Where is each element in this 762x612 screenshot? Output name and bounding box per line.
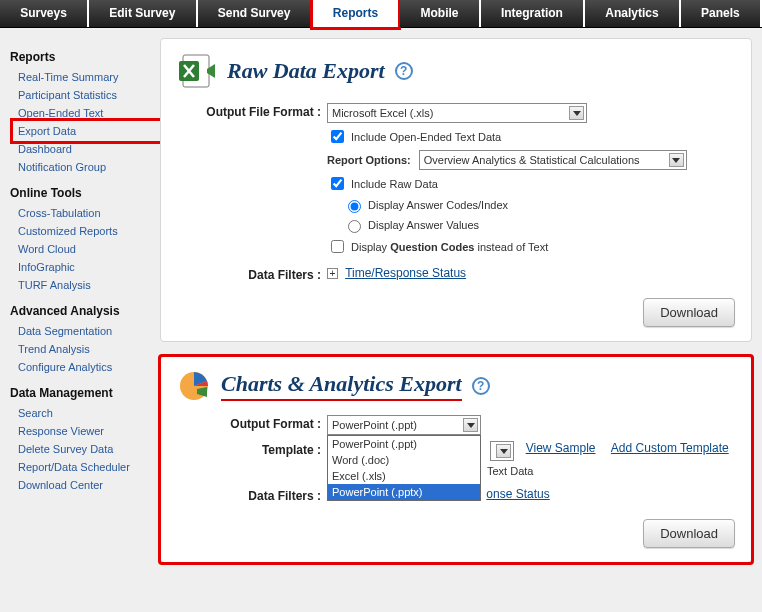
sidebar-item[interactable]: Response Viewer bbox=[18, 422, 154, 440]
sidebar-group-reports: Reports bbox=[10, 50, 154, 64]
tab-send-survey[interactable]: Send Survey bbox=[198, 0, 313, 27]
output-format-dropdown: PowerPoint (.ppt) Word (.doc) Excel (.xl… bbox=[327, 435, 481, 501]
help-icon[interactable]: ? bbox=[395, 62, 413, 80]
tab-reports[interactable]: Reports bbox=[313, 0, 401, 27]
radio-display-codes[interactable] bbox=[348, 200, 361, 213]
sidebar: Reports Real-Time Summary Participant St… bbox=[0, 28, 160, 612]
sidebar-item[interactable]: Word Cloud bbox=[18, 240, 154, 258]
checkbox-include-raw-data[interactable] bbox=[331, 177, 344, 190]
label-template: Template : bbox=[177, 441, 327, 457]
chevron-down-icon bbox=[463, 418, 478, 432]
sidebar-item[interactable]: Dashboard bbox=[18, 140, 154, 158]
panel-title: Raw Data Export bbox=[227, 58, 385, 84]
tab-analytics[interactable]: Analytics bbox=[585, 0, 681, 27]
chevron-down-icon bbox=[569, 106, 584, 120]
report-options-select[interactable]: Overview Analytics & Statistical Calcula… bbox=[419, 150, 687, 170]
checkbox-question-codes[interactable] bbox=[331, 240, 344, 253]
sidebar-item[interactable]: Report/Data Scheduler bbox=[18, 458, 154, 476]
sidebar-item[interactable]: Notification Group bbox=[18, 158, 154, 176]
sidebar-group-online-tools: Online Tools bbox=[10, 186, 154, 200]
checkbox-label: Include Raw Data bbox=[351, 178, 438, 190]
panel-raw-data-export: Raw Data Export ? Output File Format : M… bbox=[160, 38, 752, 342]
help-icon[interactable]: ? bbox=[472, 377, 490, 395]
sidebar-item[interactable]: Real-Time Summary bbox=[18, 68, 154, 86]
radio-label: Display Answer Codes/Index bbox=[368, 199, 508, 211]
select-value: Microsoft Excel (.xls) bbox=[332, 107, 433, 119]
pie-chart-icon bbox=[177, 369, 211, 403]
chevron-down-icon bbox=[669, 153, 684, 167]
chevron-down-icon bbox=[496, 444, 511, 458]
tab-integration[interactable]: Integration bbox=[481, 0, 585, 27]
sidebar-item[interactable]: Data Segmentation bbox=[18, 322, 154, 340]
download-button[interactable]: Download bbox=[643, 519, 735, 548]
sidebar-item[interactable]: Participant Statistics bbox=[18, 86, 154, 104]
file-format-select[interactable]: Microsoft Excel (.xls) bbox=[327, 103, 587, 123]
link-time-response-status[interactable]: Time/Response Status bbox=[345, 266, 466, 280]
sidebar-item-export-data[interactable]: Export Data bbox=[18, 122, 154, 140]
select-value: PowerPoint (.ppt) bbox=[332, 419, 417, 431]
panel-title: Charts & Analytics Export bbox=[221, 371, 462, 401]
sidebar-item[interactable]: Search bbox=[18, 404, 154, 422]
dropdown-option[interactable]: Word (.doc) bbox=[328, 452, 480, 468]
link-view-sample[interactable]: View Sample bbox=[526, 441, 596, 455]
top-nav: Surveys Edit Survey Send Survey Reports … bbox=[0, 0, 762, 28]
radio-label: Display Answer Values bbox=[368, 219, 479, 231]
dropdown-option[interactable]: PowerPoint (.ppt) bbox=[328, 436, 480, 452]
panel-charts-analytics-export: Charts & Analytics Export ? Output Forma… bbox=[160, 356, 752, 563]
sidebar-item[interactable]: Delete Survey Data bbox=[18, 440, 154, 458]
sidebar-item[interactable]: TURF Analysis bbox=[18, 276, 154, 294]
download-button[interactable]: Download bbox=[643, 298, 735, 327]
tab-surveys[interactable]: Surveys bbox=[0, 0, 89, 27]
tab-edit-survey[interactable]: Edit Survey bbox=[89, 0, 197, 27]
link-add-custom-template[interactable]: Add Custom Template bbox=[611, 441, 729, 455]
expand-icon[interactable]: + bbox=[327, 268, 338, 279]
template-select[interactable] bbox=[490, 441, 514, 461]
dropdown-option[interactable]: Excel (.xls) bbox=[328, 468, 480, 484]
link-time-response-status-partial[interactable]: onse Status bbox=[486, 487, 549, 501]
sidebar-item[interactable]: Customized Reports bbox=[18, 222, 154, 240]
dropdown-option-selected[interactable]: PowerPoint (.pptx) bbox=[328, 484, 480, 500]
main-layout: Reports Real-Time Summary Participant St… bbox=[0, 28, 762, 612]
output-format-select[interactable]: PowerPoint (.ppt) bbox=[327, 415, 481, 435]
sidebar-item[interactable]: Open-Ended Text bbox=[18, 104, 154, 122]
label-output-format: Output File Format : bbox=[177, 103, 327, 119]
tab-mobile[interactable]: Mobile bbox=[400, 0, 480, 27]
sidebar-group-data-mgmt: Data Management bbox=[10, 386, 154, 400]
sidebar-item[interactable]: Trend Analysis bbox=[18, 340, 154, 358]
label-report-options: Report Options: bbox=[327, 154, 411, 166]
excel-icon bbox=[177, 51, 217, 91]
sidebar-item[interactable]: Download Center bbox=[18, 476, 154, 494]
checkbox-label: Display Question Codes instead of Text bbox=[351, 241, 548, 253]
text-fragment: Text Data bbox=[487, 465, 533, 477]
tab-panels[interactable]: Panels bbox=[681, 0, 762, 27]
select-value: Overview Analytics & Statistical Calcula… bbox=[424, 154, 640, 166]
sidebar-group-advanced: Advanced Analysis bbox=[10, 304, 154, 318]
sidebar-item[interactable]: Cross-Tabulation bbox=[18, 204, 154, 222]
checkbox-label: Include Open-Ended Text Data bbox=[351, 131, 501, 143]
checkbox-include-open-ended[interactable] bbox=[331, 130, 344, 143]
sidebar-item[interactable]: InfoGraphic bbox=[18, 258, 154, 276]
label-data-filters: Data Filters : bbox=[177, 487, 327, 503]
label-output-format: Output Format : bbox=[177, 415, 327, 431]
sidebar-item[interactable]: Configure Analytics bbox=[18, 358, 154, 376]
radio-display-values[interactable] bbox=[348, 220, 361, 233]
content-area: Raw Data Export ? Output File Format : M… bbox=[160, 28, 762, 612]
label-data-filters: Data Filters : bbox=[177, 266, 327, 282]
